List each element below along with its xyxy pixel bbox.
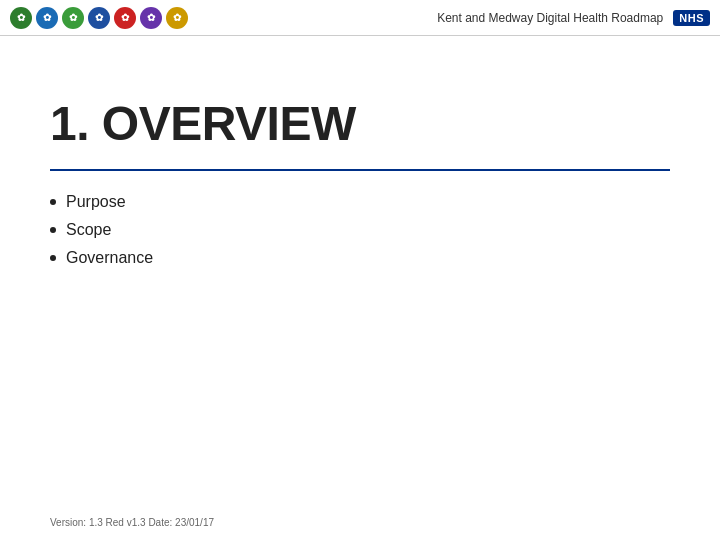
- header: ✿ ✿ ✿ ✿ ✿ ✿ ✿ Kent and Medway Digital He…: [0, 0, 720, 36]
- header-icon-1: ✿: [10, 7, 32, 29]
- header-icons: ✿ ✿ ✿ ✿ ✿ ✿ ✿: [10, 7, 188, 29]
- header-icon-4: ✿: [88, 7, 110, 29]
- bullet-dot: [50, 227, 56, 233]
- footer: Version: 1.3 Red v1.3 Date: 23/01/17: [50, 517, 214, 528]
- header-icon-6: ✿: [140, 7, 162, 29]
- header-icon-7: ✿: [166, 7, 188, 29]
- list-item: Governance: [50, 249, 670, 267]
- bullet-text: Purpose: [66, 193, 126, 211]
- list-item: Scope: [50, 221, 670, 239]
- bullet-dot: [50, 199, 56, 205]
- divider-line: [50, 169, 670, 171]
- header-icon-5: ✿: [114, 7, 136, 29]
- version-text: Version: 1.3 Red v1.3 Date: 23/01/17: [50, 517, 214, 528]
- bullet-text: Governance: [66, 249, 153, 267]
- header-icon-3: ✿: [62, 7, 84, 29]
- header-title: Kent and Medway Digital Health Roadmap: [437, 11, 663, 25]
- bullet-list: Purpose Scope Governance: [50, 193, 670, 267]
- main-content: 1. OVERVIEW Purpose Scope Governance: [0, 36, 720, 297]
- slide-title: 1. OVERVIEW: [50, 96, 670, 151]
- header-icon-2: ✿: [36, 7, 58, 29]
- bullet-text: Scope: [66, 221, 111, 239]
- list-item: Purpose: [50, 193, 670, 211]
- nhs-logo: NHS: [673, 10, 710, 26]
- header-right: Kent and Medway Digital Health Roadmap N…: [437, 10, 710, 26]
- bullet-dot: [50, 255, 56, 261]
